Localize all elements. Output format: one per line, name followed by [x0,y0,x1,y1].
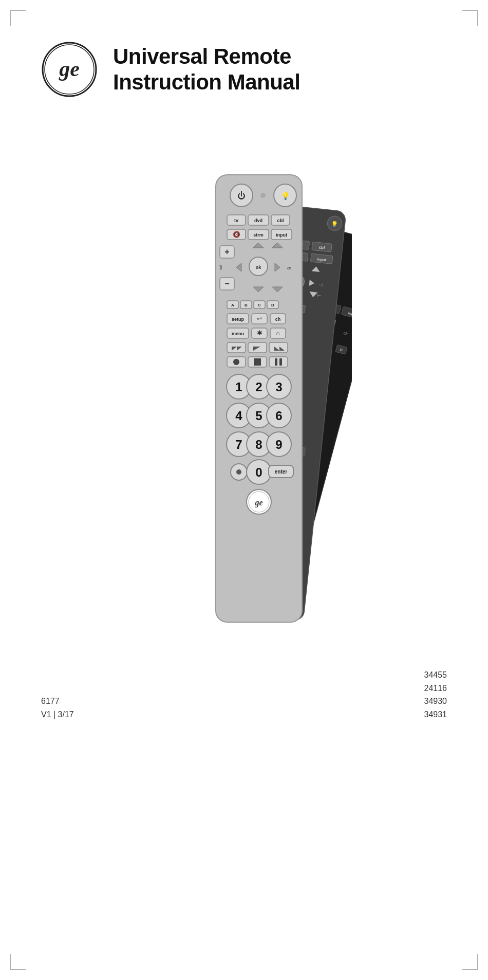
title-block: Universal Remote Instruction Manual [113,44,300,96]
svg-text:−: − [224,279,229,288]
remotes-svg: cbl input ch D ⬆ 3 6 9 [136,129,352,632]
svg-text:+: + [224,247,229,256]
svg-text:💡: 💡 [281,192,290,201]
svg-text:⊢: ⊢ [317,293,322,298]
svg-text:setup: setup [232,317,245,322]
svg-text:ch: ch [287,266,291,270]
svg-point-138 [233,359,239,365]
footer: 6177 V1 | 3/17 34455 24116 34930 34931 [0,658,488,752]
svg-text:ge: ge [254,498,262,507]
corner-mark-tr [462,10,478,26]
footer-right: 34455 24116 34930 34931 [424,668,447,721]
svg-text:input: input [276,232,287,238]
corner-mark-bl [10,954,26,970]
svg-text:ge: ge [59,57,80,81]
svg-rect-141 [269,357,288,367]
svg-text:strm: strm [253,232,264,238]
header: ge Universal Remote Instruction Manual [0,0,488,118]
svg-text:vol: vol [219,265,222,270]
svg-text:↩: ↩ [257,315,262,322]
svg-text:⏻: ⏻ [237,191,246,200]
svg-text:✱: ✱ [257,329,262,337]
corner-mark-br [462,954,478,970]
svg-text:3: 3 [275,380,282,394]
svg-text:cbl: cbl [277,218,284,223]
svg-text:🔇: 🔇 [233,230,240,238]
footer-version: V1 | 3/17 [41,708,74,721]
svg-text:9: 9 [275,438,282,451]
corner-mark-tl [10,10,26,26]
footer-model4: 34931 [424,708,447,721]
svg-text:7: 7 [235,438,242,451]
svg-rect-142 [275,358,277,366]
svg-text:8: 8 [255,438,262,451]
ge-logo: ge [41,41,98,98]
svg-point-163 [236,469,241,475]
svg-text:4: 4 [235,409,242,423]
svg-text:dvd: dvd [254,218,262,223]
footer-code: 6177 [41,695,74,708]
svg-text:💡: 💡 [331,220,339,228]
svg-point-80 [260,193,266,198]
svg-text:A: A [231,303,234,307]
svg-text:tv: tv [234,218,238,223]
svg-text:enter: enter [275,469,288,475]
svg-text:ch: ch [275,317,281,322]
svg-text:ok: ok [256,265,261,270]
remote-illustration-area: cbl input ch D ⬆ 3 6 9 [0,118,488,658]
svg-text:C: C [258,303,261,307]
page-title: Universal Remote Instruction Manual [113,44,300,96]
svg-text:1: 1 [235,380,242,394]
svg-text:B: B [245,303,248,307]
footer-model2: 24116 [424,682,447,695]
svg-text:5: 5 [255,409,262,423]
svg-text:0: 0 [255,465,262,479]
svg-rect-129 [227,342,246,353]
svg-text:⊣: ⊣ [318,282,323,288]
svg-text:D: D [271,303,274,307]
svg-text:⌂: ⌂ [276,330,279,337]
svg-rect-140 [254,358,261,366]
footer-model3: 34930 [424,695,447,708]
svg-text:menu: menu [232,331,244,336]
footer-model1: 34455 [424,668,447,682]
svg-text:cbl: cbl [318,245,325,250]
svg-text:2: 2 [255,380,262,394]
svg-rect-134 [269,342,288,353]
svg-rect-143 [279,358,282,366]
svg-text:6: 6 [275,409,282,423]
footer-left: 6177 V1 | 3/17 [41,695,74,721]
